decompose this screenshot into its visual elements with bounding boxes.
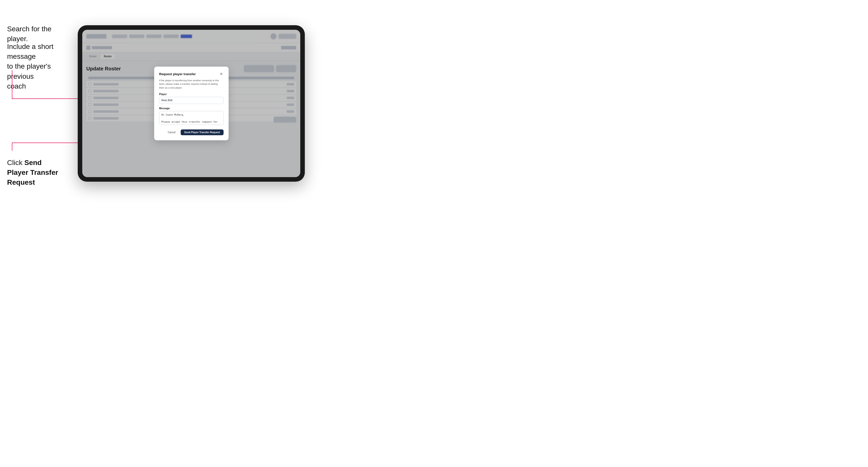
- modal-header: Request player transfer ✕: [159, 72, 223, 76]
- player-search-input[interactable]: [159, 97, 223, 104]
- annotation-click-bold: Send Player Transfer Request: [7, 159, 58, 186]
- arrow-line-vertical-2: [12, 143, 12, 151]
- modal-close-button[interactable]: ✕: [219, 72, 223, 76]
- arrow-line-vertical-1: [12, 70, 12, 99]
- modal-title: Request player transfer: [159, 72, 196, 76]
- cancel-button[interactable]: Cancel: [165, 130, 179, 135]
- tablet-screen: Roster Roster Update Roster: [82, 30, 300, 177]
- tablet-device: Roster Roster Update Roster: [78, 25, 305, 182]
- modal-footer: Cancel Send Player Transfer Request: [159, 129, 223, 135]
- message-field-label: Message: [159, 107, 223, 110]
- annotation-click-text: Click Send Player Transfer Request: [7, 158, 63, 187]
- transfer-request-modal: Request player transfer ✕ If the player …: [154, 67, 228, 140]
- modal-description: If the player is transferring from anoth…: [159, 79, 223, 90]
- message-textarea[interactable]: Hi Coach McHarg, Please accept this tran…: [159, 111, 223, 125]
- modal-overlay: Request player transfer ✕ If the player …: [82, 30, 300, 177]
- annotation-message-text: Include a short messageto the player's p…: [7, 42, 73, 91]
- annotation-search-text: Search for the player.: [7, 24, 73, 44]
- send-transfer-request-button[interactable]: Send Player Transfer Request: [181, 129, 223, 135]
- player-field-label: Player: [159, 93, 223, 96]
